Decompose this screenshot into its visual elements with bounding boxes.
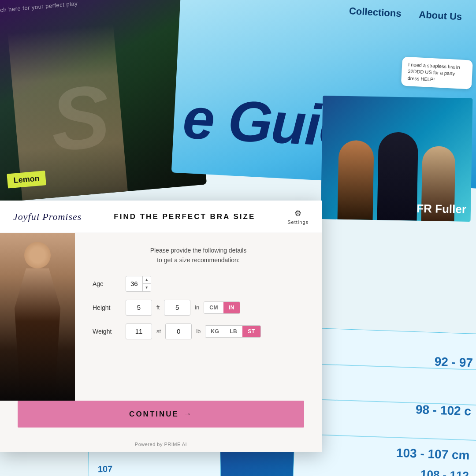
search-placeholder-text: Search here for your perfect play — [0, 0, 78, 15]
age-spinner[interactable]: 36 ▲ ▼ — [126, 276, 151, 292]
settings-icon: ⚙ — [294, 208, 301, 218]
continue-button[interactable]: CONTINUE → — [18, 401, 304, 428]
height-in-input[interactable] — [164, 300, 190, 316]
dialog-title: FIND THE PERFECT BRA SIZE — [114, 212, 255, 221]
woman-sil-1 — [337, 140, 374, 220]
fr-text: FR Fuller — [416, 201, 466, 217]
weight-st-button[interactable]: ST — [242, 326, 260, 337]
form-subtitle: Please provide the following details to … — [93, 245, 304, 265]
weight-lb-button[interactable]: LB — [224, 326, 242, 337]
brand-logo: Joyful Promises — [13, 211, 82, 223]
age-arrows: ▲ ▼ — [142, 276, 151, 291]
woman-sil-2 — [377, 132, 418, 221]
weight-st-input[interactable] — [126, 324, 152, 339]
age-down-button[interactable]: ▼ — [143, 284, 151, 291]
bottom-chart-value: 107 — [98, 464, 113, 475]
powered-by-text: Powered by PRIME AI — [135, 442, 187, 447]
measurement-92-97: 92 - 97 — [434, 355, 473, 370]
height-unit-toggle: CM IN — [204, 301, 240, 314]
measurement-103-107: 103 - 107 cm — [396, 446, 470, 463]
weight-kg-button[interactable]: KG — [205, 326, 224, 337]
nav-collections: Collections — [349, 5, 402, 19]
dialog-body: Please provide the following details to … — [0, 233, 322, 401]
nav-bar: Collections About Us — [349, 5, 462, 22]
dialog-header: Joyful Promises FIND THE PERFECT BRA SIZ… — [0, 201, 322, 233]
weight-row: Weight st lb KG LB ST — [93, 324, 304, 339]
settings-button[interactable]: ⚙ Settings — [287, 208, 309, 225]
weight-label: Weight — [93, 328, 121, 335]
age-value: 36 — [126, 280, 142, 287]
settings-label: Settings — [287, 219, 309, 225]
height-in-label: in — [195, 304, 199, 311]
dialog-form: Please provide the following details to … — [75, 233, 322, 401]
height-row: Height ft in CM IN — [93, 300, 304, 316]
nav-about: About Us — [419, 9, 462, 22]
dialog-card: Joyful Promises FIND THE PERFECT BRA SIZ… — [0, 201, 322, 452]
height-cm-button[interactable]: CM — [204, 302, 223, 313]
weight-lb-label: lb — [196, 328, 201, 335]
age-label: Age — [93, 280, 121, 287]
chart-line-3 — [295, 434, 476, 441]
weight-unit-toggle: KG LB ST — [205, 325, 260, 338]
age-row: Age 36 ▲ ▼ — [93, 276, 304, 292]
continue-label: CONTINUE — [129, 410, 179, 419]
dialog-footer: Powered by PRIME AI — [0, 436, 322, 452]
height-ft-input[interactable] — [126, 300, 152, 316]
measurement-98-102: 98 - 102 c — [415, 402, 471, 418]
height-label: Height — [93, 304, 121, 311]
weight-st-label: st — [156, 328, 161, 335]
continue-button-wrap: CONTINUE → — [0, 401, 322, 436]
model-image — [0, 233, 75, 401]
model-figure — [0, 233, 75, 401]
women-panel: FR Fuller — [321, 96, 473, 222]
continue-arrow: → — [183, 409, 193, 419]
height-ft-label: ft — [156, 304, 160, 311]
age-up-button[interactable]: ▲ — [143, 276, 151, 284]
measurement-108-112: 108 - 112 — [420, 468, 469, 476]
chat-bubble: I need a strapless bra in 32DDD US for a… — [401, 56, 473, 89]
height-in-button[interactable]: IN — [223, 302, 240, 313]
weight-lb-input[interactable] — [165, 324, 192, 339]
